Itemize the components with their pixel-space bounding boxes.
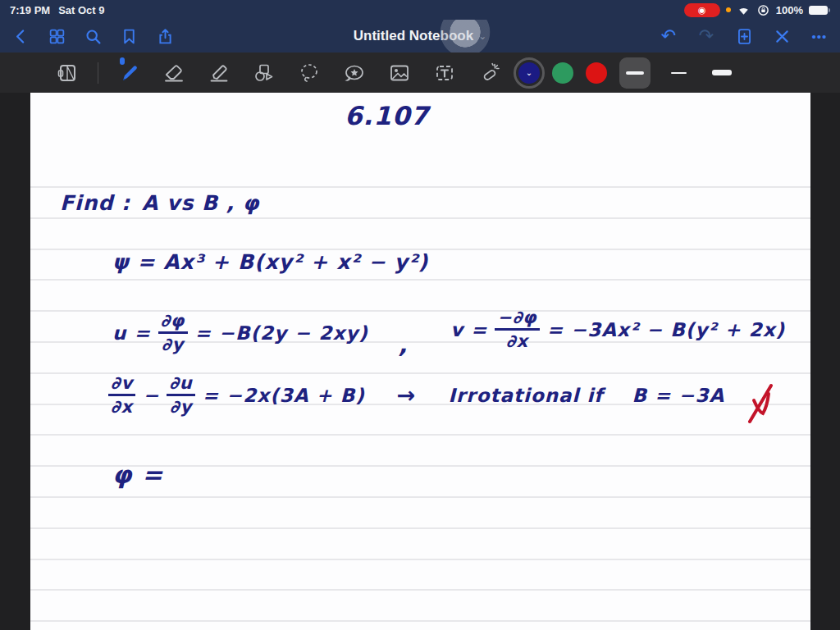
lasso-icon [299,62,320,84]
share-button[interactable] [153,24,177,48]
rotation-lock-icon [756,4,770,16]
photo-icon [389,62,410,84]
search-button[interactable] [80,24,105,48]
redo-button[interactable]: ↷ [694,24,719,48]
record-icon: ◉ [698,6,706,15]
highlighter-tool-button[interactable] [203,57,235,89]
handwriting-phi-start: φ = [112,460,163,489]
handwriting-find-line: Find : A vs B , φ [60,191,260,215]
add-page-button[interactable] [732,24,756,48]
thick-dash-icon [712,70,732,75]
v-rhs: = −3Ax² − B(y² + 2x) [547,319,785,340]
undo-button[interactable]: ↶ [656,24,681,48]
v-partial-fraction: −∂φ ∂x [495,308,539,351]
pen-icon [118,62,139,84]
back-button[interactable] [8,24,33,48]
toolbar-divider [98,62,98,84]
status-bar: 7:19 PM Sat Oct 9 ◉ 100% [0,0,840,20]
bookmark-button[interactable] [116,24,141,48]
bookmark-icon [121,28,138,45]
text-tool-button[interactable] [428,57,461,89]
note-page-canvas[interactable]: 6.107 Find : A vs B , φ ψ = Ax³ + B(xy² … [30,93,810,630]
more-icon: ••• [812,30,828,43]
condition-text: B = −3A [632,385,724,406]
tool-bar: ⌄ [0,52,840,93]
rot-rhs: = −2x(3A + B) [203,385,365,406]
u-lhs: u = [112,322,151,344]
lasso-tool-button[interactable] [293,57,326,89]
thin-dash-icon [671,72,687,74]
thumbnails-button[interactable] [44,24,69,48]
handwriting-psi-equation: ψ = Ax³ + B(xy² + x² − y²) [112,250,428,274]
page-template-button[interactable] [51,57,84,89]
u-partial-fraction: ∂φ ∂y [158,311,188,354]
redo-icon: ↷ [699,27,714,45]
close-icon [774,28,791,45]
irrotational-text: Irrotational if [448,385,603,406]
find-items: A vs B , φ [142,191,259,215]
implies-arrow: → [397,382,417,408]
laser-pointer-tool-button[interactable] [473,57,506,89]
grid-icon [48,28,66,45]
stroke-width-medium-button[interactable] [619,57,651,89]
battery-icon [809,6,830,15]
swatch-chevron-down-icon: ⌄ [526,69,532,77]
handwriting-problem-number: 6.107 [345,101,429,130]
eraser-icon [163,62,185,84]
more-button[interactable]: ••• [807,24,832,48]
handwriting-u-equation: u = ∂φ ∂y = −B(2y − 2xy) , [112,311,408,354]
handwriting-rotation-line: ∂v ∂x − ∂u ∂y = −2x(3A + B) → Irrotation… [108,373,776,417]
shapes-tool-button[interactable] [248,57,281,89]
color-swatch-red[interactable] [586,62,607,84]
battery-percent: 100% [776,4,803,16]
highlighter-icon [208,62,230,84]
status-time: 7:19 PM [10,4,50,16]
u-rhs: = −B(2y − 2xy) [195,322,368,344]
close-button[interactable] [769,24,794,48]
wifi-icon [737,4,751,16]
screen-recording-indicator[interactable]: ◉ [684,3,720,17]
v-lhs: v = [450,319,487,340]
chevron-left-icon [12,28,30,45]
minus-sign: − [143,385,159,406]
pen-tool-button[interactable] [112,57,145,89]
shapes-icon [253,62,275,84]
page-template-icon [57,62,78,84]
text-tool-icon [434,62,455,84]
stylus-connected-icon [120,57,125,65]
undo-icon: ↶ [661,27,676,45]
u-comma: , [399,331,409,358]
color-swatch-green[interactable] [552,62,573,84]
status-date: Sat Oct 9 [58,4,104,16]
medium-dash-icon [626,71,644,75]
red-cross-mark-icon [746,382,776,425]
du-dy-fraction: ∂u ∂y [167,373,194,417]
stroke-width-thick-button[interactable] [706,57,737,89]
handwriting-v-equation: v = −∂φ ∂x = −3Ax² − B(y² + 2x) [450,308,785,351]
stroke-width-thin-button[interactable] [663,57,694,89]
nav-bar: Untitled Notebook ⌄ [0,20,840,52]
laser-pointer-icon [479,62,500,84]
dv-dx-fraction: ∂v ∂x [108,373,135,417]
add-page-icon [736,28,753,45]
color-swatch-navy[interactable]: ⌄ [518,62,540,84]
photo-tool-button[interactable] [383,57,416,89]
find-label: Find : [60,191,130,215]
favorite-star-icon [344,62,365,84]
favorites-tool-button[interactable] [338,57,371,89]
search-icon [84,28,102,45]
share-icon [157,28,174,45]
eraser-tool-button[interactable] [158,57,190,89]
mic-in-use-icon [726,7,731,12]
